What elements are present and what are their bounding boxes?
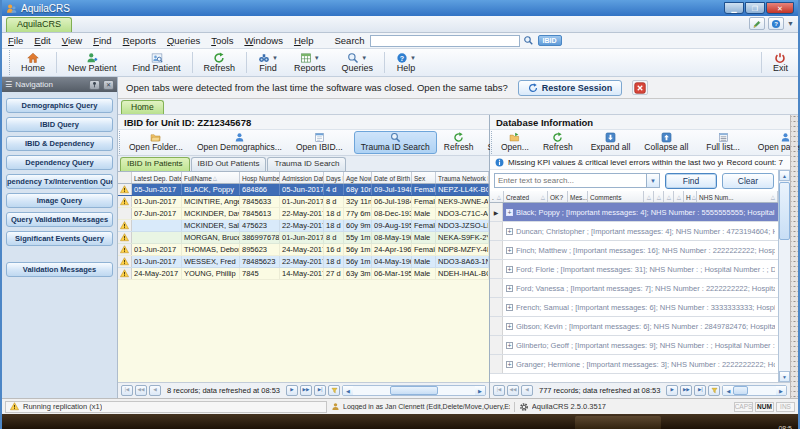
expand-row-icon[interactable]: + [506, 247, 513, 254]
patient-row[interactable]: MORGAN, Bruce38699767801-Jun-20178 d55y … [118, 232, 489, 244]
toolbar-grip[interactable] [119, 131, 120, 154]
patient-row[interactable]: 01-Jun-2017THOMAS, Deborah89562324-May-2… [118, 244, 489, 256]
db-record-row[interactable]: ▶+Black; Poppy ; [Important messages: 4]… [490, 203, 778, 222]
menu-tools[interactable]: Tools [211, 35, 233, 46]
patient-row[interactable]: 24-May-2017YOUNG, Phillip784514-May-2017… [118, 268, 489, 280]
menu-queries[interactable]: Queries [167, 35, 200, 46]
last-page-button[interactable]: ▶| [314, 385, 326, 396]
column-header-admission-date[interactable]: Admission Date [280, 172, 324, 183]
find-button[interactable]: ▼Find [250, 50, 286, 75]
expand-row-icon[interactable]: + [506, 361, 513, 368]
menu-view[interactable]: View [62, 35, 82, 46]
right-splitter-grip[interactable] [790, 115, 798, 398]
column-header-trauma-network-id[interactable]: Trauma Network ID [436, 172, 489, 183]
expand-row-icon[interactable]: + [506, 285, 513, 292]
next-page-button[interactable]: ▶ [666, 385, 678, 396]
db-column-header-8[interactable]: △ [674, 191, 684, 202]
scrollbar-thumb[interactable] [733, 386, 748, 395]
tab-ibid-in-patients[interactable]: IBID In Patients [120, 157, 190, 171]
patient-row[interactable]: MCKINDER, Sally47562322-May-201718 d60y … [118, 220, 489, 232]
prev-page-button[interactable]: ◀ [149, 385, 161, 396]
next-fast-page-button[interactable]: ▶▶ [680, 385, 692, 396]
toolbar-grip[interactable] [491, 131, 492, 154]
scrollbar-thumb[interactable] [390, 386, 439, 395]
dismiss-notification-button[interactable] [632, 80, 648, 95]
find-button[interactable]: Find [665, 173, 717, 189]
prev-fast-page-button[interactable]: ◀◀ [135, 385, 147, 396]
db-column-header-7[interactable]: △ [664, 191, 674, 202]
global-search-input[interactable] [370, 35, 520, 47]
scroll-down-arrow[interactable]: ▼ [779, 371, 790, 382]
toolbar-grip[interactable] [4, 50, 10, 75]
next-fast-page-button[interactable]: ▶▶ [300, 385, 312, 396]
scrollbar-thumb[interactable] [779, 182, 790, 240]
db-column-header-comments[interactable]: Comments [588, 191, 644, 202]
taskbar-item[interactable] [575, 416, 661, 429]
db-vertical-scrollbar[interactable]: ▲ ▼ [778, 170, 790, 382]
search-go-button[interactable] [521, 34, 536, 47]
desktop-taskbar[interactable]: 08:5 [2, 414, 798, 429]
column-header-fullname[interactable]: FullName△ [182, 172, 240, 183]
open-button[interactable]: Open... [494, 131, 536, 154]
collapse-all-button[interactable]: Collapse all [637, 131, 695, 154]
horizontal-scrollbar[interactable]: ◀▶ [722, 385, 787, 396]
sidebar-item-demographics-query[interactable]: Demographics Query [6, 98, 113, 113]
sidebar-item-image-query[interactable]: Image Query [6, 193, 113, 208]
db-record-row[interactable]: +Glinberto; Geoff ; [Important messages:… [490, 336, 778, 355]
db-record-row[interactable]: +Ford; Vanessa ; [Important messages: 7]… [490, 279, 778, 298]
scroll-right-arrow[interactable]: ▶ [776, 386, 786, 395]
close-button[interactable]: ✕ [766, 2, 794, 14]
refresh-button[interactable]: Refresh [437, 131, 481, 154]
open-folder-button[interactable]: Open Folder... [122, 131, 190, 154]
horizontal-scrollbar[interactable]: ◀▶ [342, 385, 486, 396]
next-page-button[interactable]: ▶ [286, 385, 298, 396]
patient-row[interactable]: 01-Jun-2017WESSEX, Fred7848562322-May-20… [118, 256, 489, 268]
sidebar-item-query-validation-messages[interactable]: Query Validation Messages [6, 212, 113, 227]
queries-button[interactable]: ▼Queries [334, 50, 382, 75]
sidebar-item-ibid-dependency[interactable]: IBID & Dependency [6, 136, 113, 151]
filter-button[interactable] [708, 385, 720, 396]
pin-panel-button[interactable] [89, 80, 100, 90]
clear-button[interactable]: Clear [722, 173, 774, 189]
db-record-row[interactable]: +Ford; Florie ; [Important messages: 31]… [490, 260, 778, 279]
db-record-row[interactable]: +Finch; Matthew ; [Important messages: 1… [490, 241, 778, 260]
expand-row-icon[interactable]: + [506, 323, 513, 330]
reports-button[interactable]: ▼Reports [286, 50, 334, 75]
menu-find[interactable]: Find [93, 35, 112, 46]
db-column-header--[interactable]: .△ [490, 191, 504, 202]
db-column-header-mes-[interactable]: Mes... [568, 191, 588, 202]
menu-reports[interactable]: Reports [123, 35, 156, 46]
full-list-button[interactable]: Full list... [699, 131, 747, 154]
prev-page-button[interactable]: ◀ [521, 385, 533, 396]
db-column-header-6[interactable]: △ [654, 191, 664, 202]
find-patient-button[interactable]: Find Patient [125, 50, 189, 75]
expand-row-icon[interactable]: + [506, 209, 513, 216]
db-record-row[interactable]: +Granger; Hermione ; [Important messages… [490, 355, 778, 374]
db-column-header-h[interactable]: H△ [684, 191, 697, 202]
expand-row-icon[interactable]: + [506, 342, 513, 349]
search-history-dropdown[interactable]: ▼ [646, 174, 659, 187]
tab-aquilacrs[interactable]: AquilaCRS [6, 17, 72, 32]
help-button[interactable]: ?▼Help [388, 50, 424, 75]
restore-session-button[interactable]: Restore Session [518, 80, 623, 96]
sidebar-item-dependency-tx-intervention-query[interactable]: Dependency Tx/Intervention Query [6, 174, 113, 189]
db-record-row[interactable]: +French; Samual ; [Important messages: 6… [490, 298, 778, 317]
db-search-input[interactable] [495, 176, 646, 185]
minimize-button[interactable]: ▁ [724, 2, 744, 14]
db-column-header-created[interactable]: Created△ [504, 191, 548, 202]
scroll-left-arrow[interactable]: ◀ [723, 386, 733, 395]
sidebar-item-significant-events-query[interactable]: Significant Events Query [6, 231, 113, 246]
db-column-header-nhs-num-[interactable]: NHS Num...△ [697, 191, 778, 202]
column-header-sex[interactable]: Sex [412, 172, 436, 183]
home-button[interactable]: Home [13, 50, 53, 75]
filter-button[interactable] [328, 385, 340, 396]
scroll-right-arrow[interactable]: ▶ [475, 386, 485, 395]
refresh-button[interactable]: Refresh [536, 131, 580, 154]
db-column-header-ok-[interactable]: OK? [548, 191, 568, 202]
sidebar-item-ibid-query[interactable]: IBID Query [6, 117, 113, 132]
db-record-row[interactable]: +Gibson; Kevin ; [Important messages: 6]… [490, 317, 778, 336]
column-header-hosp-number[interactable]: Hosp Number [240, 172, 280, 183]
db-record-row[interactable]: +Duncan; Christopher ; [Important messag… [490, 222, 778, 241]
menu-edit[interactable]: Edit [34, 35, 50, 46]
column-header-days-in[interactable]: Days In [324, 172, 344, 183]
